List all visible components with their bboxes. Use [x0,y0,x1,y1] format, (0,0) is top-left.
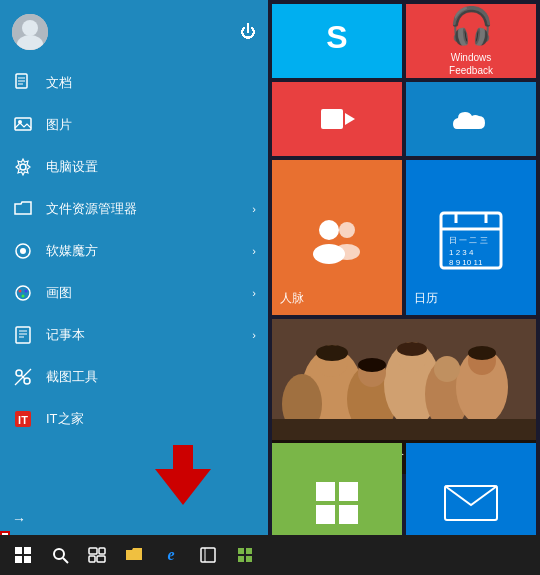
svg-point-57 [468,346,496,360]
settings-label: 电脑设置 [46,158,98,176]
svg-point-11 [20,248,26,254]
svg-point-31 [319,220,339,240]
svg-point-1 [22,20,38,36]
svg-point-55 [358,358,386,372]
menu-item-explorer[interactable]: 文件资源管理器 › [0,188,268,230]
svg-rect-72 [89,556,95,562]
paint-icon [12,282,34,304]
power-icon[interactable]: ⏻ [240,23,256,41]
svg-point-14 [25,290,28,293]
taskview-icon [88,546,106,564]
svg-rect-60 [339,482,358,501]
calendar-label: 日历 [414,290,438,307]
renmai-icon [307,208,367,268]
svg-text:8  9 10 11: 8 9 10 11 [449,258,483,267]
taskbar-right [268,535,540,575]
explorer-taskbar-button[interactable] [117,538,150,572]
menu-item-pictures[interactable]: 图片 [0,104,268,146]
svg-text:1  2  3  4: 1 2 3 4 [449,248,474,257]
documents-icon [12,72,34,94]
documents-label: 文档 [46,74,72,92]
svg-rect-79 [246,556,252,562]
snipping-label: 截图工具 [46,368,98,386]
folder-icon [125,546,143,564]
svg-point-56 [397,342,427,356]
explorer-arrow: › [252,203,256,215]
svg-rect-61 [316,505,335,524]
mediamagic-arrow: › [252,245,256,257]
snipping-icon [12,366,34,388]
ie-icon: e [168,546,175,564]
menu-item-documents[interactable]: 文档 [0,62,268,104]
windows-icon [14,546,32,564]
svg-point-54 [316,345,348,361]
menu-item-ithome[interactable]: IT IT之家 [0,398,268,440]
svg-point-34 [334,244,360,260]
store-taskbar-icon [236,546,254,564]
svg-point-13 [19,290,22,293]
svg-rect-59 [316,482,335,501]
ie-button[interactable]: e [155,538,188,572]
user-header: ⏻ [0,0,268,62]
explorer-icon [12,198,34,220]
mediamagic-label: 软媒魔方 [46,242,98,260]
svg-rect-29 [321,109,343,129]
tile-skype[interactable]: S [272,4,402,78]
taskview-button[interactable] [80,538,113,572]
headphones-icon: 🎧 [449,5,494,47]
skype-icon: S [312,12,362,71]
svg-rect-74 [201,548,215,562]
tile-windows-feedback[interactable]: 🎧 WindowsFeedback [406,4,536,78]
svg-point-33 [339,222,355,238]
tile-calendar[interactable]: 日 一 二 三 1 2 3 4 8 9 10 11 日历 [406,160,536,315]
ithome-label: IT之家 [46,410,84,428]
store-taskbar-button[interactable] [229,538,262,572]
search-taskbar-button[interactable] [43,538,76,572]
arrow-indicator [155,449,211,505]
taskbar-left: e [0,535,268,575]
windows-feedback-label: WindowsFeedback [449,51,493,77]
svg-line-69 [63,558,68,563]
onedrive-icon [449,104,493,134]
svg-text:IT: IT [18,414,28,426]
arrow-down [155,469,211,505]
svg-rect-65 [24,547,31,554]
paint-arrow: › [252,287,256,299]
svg-point-15 [22,295,25,298]
avatar [12,14,48,50]
tile-onedrive[interactable] [406,82,536,156]
svg-text:日 一 二 三: 日 一 二 三 [449,236,488,245]
svg-text:S: S [326,19,347,55]
svg-rect-70 [89,548,97,554]
svg-point-12 [16,286,30,300]
notepad-label: 记事本 [46,326,85,344]
svg-point-52 [434,356,460,382]
tile-video[interactable] [272,82,402,156]
pictures-icon [12,114,34,136]
start-button[interactable] [6,538,39,572]
all-apps[interactable]: → [0,501,268,537]
menu-item-notepad[interactable]: 记事本 › [0,314,268,356]
tile-renmai[interactable]: 人脉 [272,160,402,315]
mediamagic-icon [12,240,34,262]
menu-item-mediamagic[interactable]: 软媒魔方 › [0,230,268,272]
paint-label: 画图 [46,284,72,302]
left-panel: ⏻ 文档 图片 电脑设置 文件资源管理器 › 软媒魔方 › [0,0,268,575]
menu-item-settings[interactable]: 电脑设置 [0,146,268,188]
files-icon [199,546,217,564]
notepad-icon [12,324,34,346]
files-button[interactable] [192,538,225,572]
menu-item-snipping[interactable]: 截图工具 [0,356,268,398]
video-icon [317,99,357,139]
store-icon [312,478,362,528]
renmai-label: 人脉 [280,290,304,307]
settings-icon [12,156,34,178]
svg-rect-76 [238,548,244,554]
svg-rect-77 [246,548,252,554]
calendar-icon: 日 一 二 三 1 2 3 4 8 9 10 11 [436,203,506,273]
mail-icon [444,485,498,521]
svg-rect-62 [339,505,358,524]
svg-rect-67 [24,556,31,563]
ithome-icon: IT [12,408,34,430]
menu-item-paint[interactable]: 画图 › [0,272,268,314]
